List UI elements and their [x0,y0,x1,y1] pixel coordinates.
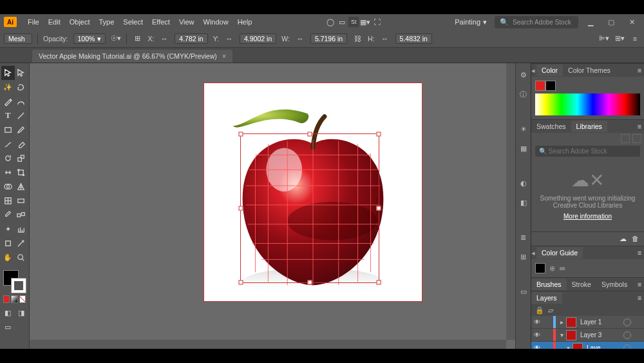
fill-stroke-mini[interactable] [535,81,640,91]
panel-menu-icon[interactable]: ≡ [635,280,644,288]
selection-tool[interactable] [1,66,15,80]
scrub-icon[interactable]: ↔ [159,34,169,44]
align-icon[interactable]: ⊫▾ [599,34,609,44]
layer-name[interactable]: Layer 3 [578,331,622,338]
scale-tool[interactable] [15,151,28,165]
close-button[interactable]: ✕ [627,17,636,26]
none-mode[interactable] [19,295,26,303]
tab-stroke[interactable]: Stroke [567,279,596,290]
lock-icon[interactable]: 🔒 [535,306,544,315]
graphic-styles-icon[interactable]: ▦ [518,143,529,153]
eyedropper-tool[interactable] [1,208,15,222]
tab-swatches[interactable]: Swatches [531,121,571,132]
draw-behind[interactable]: ◨ [15,306,28,320]
trash-icon[interactable]: 🗑 [632,235,639,243]
selection-bbox[interactable] [240,133,379,283]
panel-menu-icon[interactable]: ≡ [635,66,644,74]
target-icon[interactable] [623,331,631,339]
line-tool[interactable] [15,108,28,123]
width-tool[interactable] [1,165,15,179]
art-icon[interactable]: ▱ [548,306,553,315]
align-icon[interactable]: ≣ [518,232,529,242]
panel-menu-icon[interactable]: ≡ [635,249,644,257]
menu-select[interactable]: Select [118,15,147,28]
layer-row[interactable]: 👁▾Laye... [531,342,644,349]
new-icon[interactable]: ☁ [620,235,627,243]
menu-type[interactable]: Type [95,15,119,28]
artboard-tool[interactable] [1,236,15,250]
tab-color-themes[interactable]: Color Themes [563,64,616,76]
color-mode[interactable] [3,295,10,303]
gradient-mode[interactable] [11,295,17,303]
library-search[interactable]: 🔍 Search Adobe Stock [535,146,640,157]
color-spectrum[interactable] [535,93,640,115]
scrub-icon[interactable]: ↔ [295,34,305,44]
doc-icon[interactable]: ▭ [337,17,347,27]
draw-normal[interactable]: ◧ [1,306,15,320]
zoom-tool[interactable] [15,250,28,264]
canvas-area[interactable] [30,63,515,349]
pen-tool[interactable] [1,94,15,108]
curvature-tool[interactable] [15,94,28,108]
lasso-tool[interactable] [15,80,28,94]
shape-builder-tool[interactable] [1,179,15,193]
y-input[interactable]: 4.9002 in [240,34,276,44]
menu-view[interactable]: View [175,15,199,28]
style-icon[interactable]: ☉▾ [111,34,121,44]
menu-edit[interactable]: Edit [44,15,65,28]
menu-window[interactable]: Window [199,15,233,28]
transform-icon[interactable]: ⊞ [518,251,529,262]
navigator-icon[interactable]: ▭ [518,286,529,297]
menu-effect[interactable]: Effect [147,15,175,28]
x-input[interactable]: 4.782 in [175,34,207,44]
properties-icon[interactable]: ⚙ [518,70,529,80]
perspective-tool[interactable] [15,179,28,193]
tab-libraries[interactable]: Libraries [571,121,607,132]
transform-anchor-icon[interactable]: ⊞ [132,34,142,44]
layer-row[interactable]: 👁▾Layer 3 [531,329,644,342]
document-tab[interactable]: Vector Apple Making Tutorial.ai @ 66.67%… [32,50,232,63]
panel-menu-icon[interactable]: ≡ [635,294,644,302]
st-icon[interactable]: St [348,17,359,27]
tab-layers[interactable]: Layers [531,292,562,304]
pathfinder-icon[interactable]: ◧ [518,197,529,208]
harmony-icon[interactable]: ⊕ [549,264,555,273]
horizontal-scrollbar[interactable] [30,340,506,349]
direct-select-tool[interactable] [15,66,28,80]
target-icon[interactable] [623,344,631,349]
opacity-input[interactable]: 100%▾ [73,34,106,44]
more-info-link[interactable]: More information [564,213,612,220]
link-wh-icon[interactable]: ⛓ [352,34,363,44]
hand-tool[interactable]: ✋ [1,250,15,264]
list-view-icon[interactable] [621,134,630,143]
workspace-switcher[interactable]: Painting ▾ [451,17,491,28]
panel-menu-icon[interactable]: ≡ [630,34,640,44]
magic-wand-tool[interactable]: ✨ [1,80,15,94]
disclosure-icon[interactable]: ▾ [565,344,571,349]
info-icon[interactable]: ⓘ [518,89,529,99]
layer-row[interactable]: 👁▸Layer 1 [531,316,644,329]
free-transform-tool[interactable] [15,165,28,179]
harmony-icon2[interactable]: ⩸ [559,264,566,272]
blend-tool[interactable] [15,208,28,222]
search-stock-input[interactable]: 🔍 Search Adobe Stock [495,16,578,28]
mesh-tool[interactable] [1,193,15,208]
visibility-toggle[interactable]: 👁 [531,319,543,326]
scrub-icon[interactable]: ↔ [224,34,234,44]
visibility-toggle[interactable]: 👁 [531,331,543,338]
appearance-icon[interactable]: ☀ [518,124,529,134]
target-icon[interactable] [623,319,631,326]
transparency-icon[interactable]: ◐ [518,178,529,188]
w-input[interactable]: 5.7196 in [310,34,347,44]
tab-color[interactable]: Color [536,64,563,76]
vertical-scrollbar[interactable] [506,63,515,340]
layer-name[interactable]: Layer 1 [578,319,622,326]
fill-stroke-swatch[interactable] [1,268,28,294]
arrange-icon[interactable]: ▦▾ [360,17,370,27]
type-tool[interactable]: T [1,108,15,123]
rotate-tool[interactable] [1,151,15,165]
menu-file[interactable]: File [23,15,44,28]
menu-object[interactable]: Object [65,15,95,28]
menu-help[interactable]: Help [233,15,257,28]
graph-tool[interactable] [15,222,28,236]
